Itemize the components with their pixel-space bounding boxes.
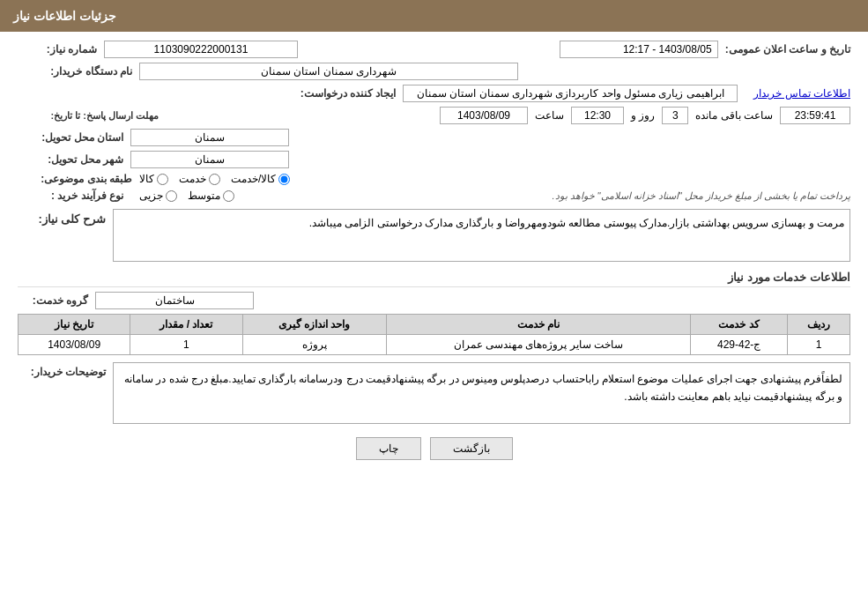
col-nam: نام خدمت <box>386 315 691 335</box>
ijad-konande-link[interactable]: اطلاعات تماس خریدار <box>753 87 850 100</box>
ostan-tahvil-label: استان محل تحویل: <box>18 131 123 144</box>
mohlat-rooz-label: روز و <box>631 109 655 122</box>
button-row: بازگشت چاپ <box>18 437 850 460</box>
sharh-label: شرح کلی نیاز: <box>18 212 106 226</box>
noe-farayand-radio-group: متوسط جزیی <box>139 189 234 202</box>
ijad-konande-value: ابراهیمی زیاری مسئول واحد کاربردازی شهرد… <box>403 85 738 102</box>
page-header: جزئیات اطلاعات نیاز <box>0 0 868 32</box>
radio-kala-khedmat[interactable]: کالا/خدمت <box>231 173 290 185</box>
ostan-tahvil-value: سمنان <box>130 129 289 146</box>
radio-kala[interactable]: کالا <box>139 173 168 185</box>
table-row: 1ج-42-429ساخت سایر پروژه‌های مهندسی عمرا… <box>19 335 850 355</box>
shomara-niaz-label: شماره نیاز: <box>18 43 97 56</box>
mohlat-saat-label: ساعت <box>535 109 564 122</box>
col-kod: کد خدمت <box>691 315 788 335</box>
radio-jozi[interactable]: جزیی <box>139 189 177 202</box>
col-tarikh: تاریخ نیاز <box>19 315 130 335</box>
noe-farayand-label: نوع فرآیند خرید : <box>18 189 123 202</box>
mohlat-saat-value: 12:30 <box>571 107 624 124</box>
radio-motavasset[interactable]: متوسط <box>188 189 234 202</box>
print-button[interactable]: چاپ <box>356 437 421 460</box>
col-radif: ردیف <box>787 315 849 335</box>
noe-note: پرداخت تمام یا بخشی از مبلغ خریداز محل "… <box>241 190 850 202</box>
shahr-tahvil-label: شهر محل تحویل: <box>18 153 123 166</box>
nam-dastgah-value: شهرداری سمنان استان سمنان <box>139 63 518 80</box>
col-vahed: واحد اندازه گیری <box>242 315 386 335</box>
col-tedaad: تعداد / مقدار <box>130 315 242 335</box>
mohlat-rooz-value: 3 <box>662 107 688 124</box>
goroh-khedmat-label: گروه خدمت: <box>18 294 88 307</box>
back-button[interactable]: بازگشت <box>430 437 513 460</box>
shahr-tahvil-value: سمنان <box>130 151 289 168</box>
shomara-niaz-value: 1103090222000131 <box>104 41 298 58</box>
mohlat-baqi-value: 23:59:41 <box>780 107 850 124</box>
mohlat-baqi-label: ساعت باقی مانده <box>695 109 773 122</box>
tosif-value: لطفاًفرم پیشنهادی جهت اجرای عملیات موضوع… <box>113 362 850 424</box>
radio-khedmat[interactable]: خدمت <box>179 173 220 185</box>
tabaghebandi-label: طبقه بندی موضوعی: <box>18 173 132 185</box>
page-title: جزئیات اطلاعات نیاز <box>13 9 116 23</box>
tosif-label: توضیحات خریدار: <box>18 366 106 378</box>
ijad-konande-label: ایجاد کننده درخواست: <box>263 87 396 100</box>
tarikh-label: تاریخ و ساعت اعلان عمومی: <box>725 43 850 56</box>
khadamat-section-header: اطلاعات خدمات مورد نیاز <box>18 271 850 287</box>
sharh-value: مرمت و بهسازی سرویس بهداشتی بازار.مدارک … <box>113 209 850 262</box>
services-table: ردیف کد خدمت نام خدمت واحد اندازه گیری ت… <box>18 314 850 355</box>
mohlat-date: 1403/08/09 <box>440 107 528 124</box>
nam-dastgah-label: نام دستگاه خریدار: <box>18 65 132 78</box>
tarikh-value: 1403/08/05 - 12:17 <box>560 41 718 58</box>
mohlat-label: مهلت ارسال پاسخ: تا تاریخ: <box>18 110 159 122</box>
tabaghebandi-radio-group: کالا/خدمت خدمت کالا <box>139 173 290 185</box>
goroh-khedmat-value: ساختمان <box>95 292 254 309</box>
